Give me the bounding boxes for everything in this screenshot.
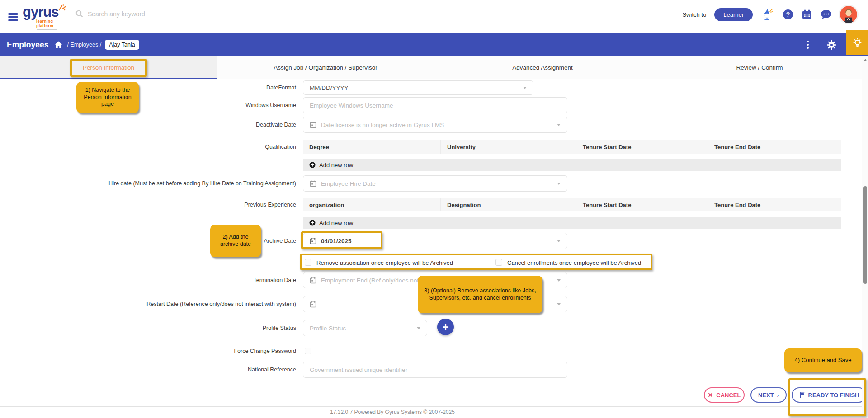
deactivate-date-label: Deactivate Date xyxy=(0,117,296,133)
national-reference-label: National Reference xyxy=(0,362,296,378)
annotation-step-4: 4) Continue and Save xyxy=(784,348,862,372)
header-divider xyxy=(69,3,69,31)
kebab-menu-icon[interactable] xyxy=(805,39,811,51)
qualification-table-header: Degree University Tenure Start Date Tenu… xyxy=(303,140,841,154)
footer-action-bar: ✕ CANCEL NEXT › READY TO FINISH 17.32.0.… xyxy=(0,382,868,418)
plus-icon: + xyxy=(442,321,448,333)
force-change-password-label: Force Change Password xyxy=(0,347,296,355)
tab-review-confirm[interactable]: Review / Confirm xyxy=(651,56,868,79)
cancel-enrollments-label: Cancel enrollments once employee will be… xyxy=(507,259,641,266)
avatar[interactable] xyxy=(840,6,857,23)
profile-status-select[interactable]: Profile Status xyxy=(303,320,427,336)
qualification-add-new-row-button[interactable]: Add new row xyxy=(303,159,841,171)
qualification-label: Qualification xyxy=(0,140,296,154)
hire-date-label: Hire date (Must be set before adding By … xyxy=(0,175,296,192)
breadcrumb[interactable]: / Employees / xyxy=(67,42,101,48)
search-placeholder: Search any keyword xyxy=(88,10,145,18)
force-change-password-checkbox[interactable] xyxy=(305,348,311,354)
calendar-field-icon xyxy=(310,122,316,128)
windows-username-input[interactable]: Employee Windows Username xyxy=(303,97,567,113)
annotation-step-3: 3) (Optional) Remove associations like J… xyxy=(418,276,542,313)
person-information-form: DateFormat MM/DD/YYYY Windows Username E… xyxy=(0,79,868,382)
archive-date-input[interactable]: 04/01/2025 xyxy=(303,233,567,249)
tab-advanced-assignment[interactable]: Advanced Assignment xyxy=(434,56,651,79)
search-icon xyxy=(75,10,83,18)
chevron-right-icon: › xyxy=(777,392,779,399)
help-walkthrough-button[interactable] xyxy=(846,30,868,55)
hamburger-menu-icon[interactable] xyxy=(8,12,18,21)
calendar-field-icon xyxy=(310,180,316,187)
chevron-down-icon xyxy=(557,240,561,242)
tab-person-information[interactable]: Person Information xyxy=(0,56,217,79)
flag-icon xyxy=(799,392,805,398)
next-field-cut-edge xyxy=(303,380,568,380)
logo-spark-icon xyxy=(56,4,66,13)
logo-microtext xyxy=(37,29,57,30)
chevron-down-icon xyxy=(523,87,527,89)
dateformat-select[interactable]: MM/DD/YYYY xyxy=(303,80,533,95)
scrollbar-thumb[interactable] xyxy=(863,186,867,284)
previous-experience-table-header: organization Designation Tenure Start Da… xyxy=(303,198,841,211)
deactivate-date-input[interactable]: Date license is no longer active in Gyru… xyxy=(303,117,567,133)
remove-association-checkbox[interactable] xyxy=(305,259,311,266)
calendar-icon[interactable] xyxy=(802,9,812,20)
profile-status-label: Profile Status xyxy=(0,320,296,336)
wizard-icon[interactable] xyxy=(761,8,774,21)
scroll-up-arrow[interactable] xyxy=(863,59,867,61)
version-text: 17.32.0.7 Powered By Gyrus Systems © 200… xyxy=(0,409,785,415)
termination-date-label: Termination Date xyxy=(0,272,296,288)
wizard-tabs: Person Information Assign Job / Organiza… xyxy=(0,56,868,79)
gear-icon[interactable] xyxy=(827,40,836,50)
ready-to-finish-button[interactable]: READY TO FINISH xyxy=(792,387,867,403)
switch-to-label: Switch to xyxy=(682,11,706,18)
remove-association-label: Remove association once employee will be… xyxy=(316,259,453,266)
chat-icon[interactable] xyxy=(821,9,832,20)
close-icon: ✕ xyxy=(708,391,713,399)
logo-tagline: learning platform xyxy=(36,19,68,28)
annotation-step-1: 1) Navigate to the Person Information pa… xyxy=(76,82,139,113)
add-profile-status-button[interactable]: + xyxy=(437,319,454,335)
calendar-field-icon xyxy=(310,301,316,308)
footer-divider xyxy=(0,406,868,407)
tab-assign-job-organization-supervisor[interactable]: Assign Job / Organization / Supervisor xyxy=(217,56,434,79)
chevron-down-icon xyxy=(417,327,420,329)
chevron-down-icon xyxy=(557,279,561,282)
chevron-down-icon xyxy=(557,183,561,185)
global-search[interactable]: Search any keyword xyxy=(75,10,145,18)
hire-date-input[interactable]: Employee Hire Date xyxy=(303,175,567,192)
add-circle-icon xyxy=(309,162,316,168)
help-icon[interactable]: ? xyxy=(783,9,793,20)
next-button[interactable]: NEXT › xyxy=(750,387,787,403)
previous-experience-add-new-row-button[interactable]: Add new row xyxy=(303,217,841,229)
breadcrumb-current[interactable]: Ajay Tania xyxy=(105,40,139,50)
previous-experience-label: Previous Experience xyxy=(0,198,296,211)
home-icon[interactable] xyxy=(55,41,62,48)
lightbulb-icon xyxy=(851,37,863,49)
cancel-button[interactable]: ✕ CANCEL xyxy=(704,387,745,403)
archive-date-value: 04/01/2025 xyxy=(321,238,352,244)
chevron-down-icon xyxy=(557,124,561,126)
vertical-scrollbar[interactable] xyxy=(862,56,868,418)
annotation-step-2: 2) Add the archive date xyxy=(210,225,261,257)
national-reference-input[interactable]: Government issued unique identifier xyxy=(303,362,567,378)
page-title: Employees xyxy=(7,40,48,50)
cancel-enrollments-checkbox[interactable] xyxy=(495,259,502,266)
calendar-field-icon xyxy=(310,277,316,284)
windows-username-label: Windows Username xyxy=(0,97,296,113)
restart-date-label: Restart Date (Reference only/does not in… xyxy=(0,296,296,312)
switch-to-learner-button[interactable]: Learner xyxy=(714,8,753,21)
svg-text:?: ? xyxy=(786,11,790,18)
page-header-bar: Employees / Employees / Ajay Tania xyxy=(0,33,868,56)
top-header: gyrus learning platform Search any keywo… xyxy=(0,0,868,33)
add-circle-icon xyxy=(309,220,316,226)
dateformat-label: DateFormat xyxy=(0,80,296,95)
chevron-down-icon xyxy=(557,303,561,305)
calendar-field-icon xyxy=(310,238,316,244)
